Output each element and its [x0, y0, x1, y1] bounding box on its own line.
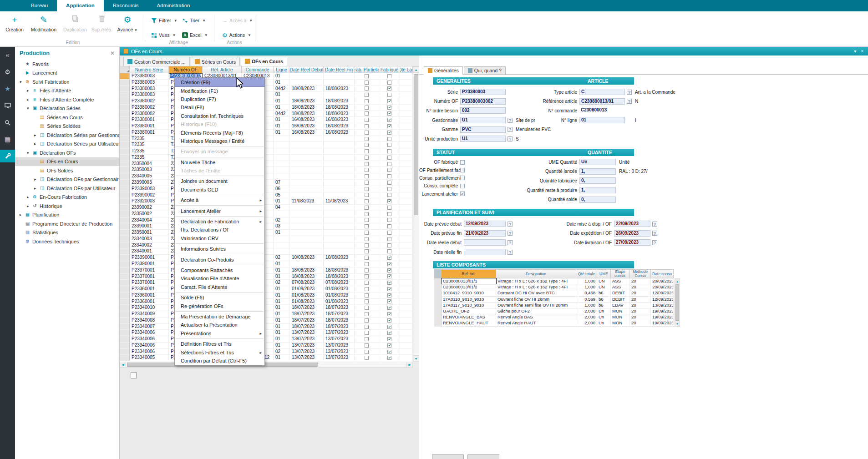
tree-item[interactable]: Suivi Fabrication	[15, 77, 119, 86]
comp-cell-date[interactable]: 19/09/2023	[651, 314, 674, 320]
tree-item[interactable]: Favoris	[15, 60, 119, 69]
table-row[interactable]: P23360001 P2 01 01/08/2023 01/08/2023	[120, 286, 413, 293]
field-value[interactable]: P23380003002	[460, 98, 506, 105]
help-button[interactable]: ?	[508, 250, 513, 255]
cell-qte-lancee[interactable]	[400, 293, 413, 298]
cell-fabrique[interactable]	[379, 173, 400, 179]
cell-fab-partielle[interactable]	[355, 236, 379, 242]
checkbox-fab-partielle[interactable]	[365, 299, 369, 303]
panel-action-button[interactable]	[432, 454, 464, 459]
comp-cell-qte[interactable]: 1,000	[576, 284, 597, 290]
cell-qte-lancee[interactable]	[400, 148, 413, 154]
cell-date-debut[interactable]: 18/07/2023	[290, 318, 324, 323]
table-row[interactable]: P23390003 P2 06	[120, 186, 413, 192]
cell-ligne[interactable]: 01	[274, 318, 290, 323]
help-button[interactable]: ?	[652, 240, 657, 245]
tree-expander-icon[interactable]	[34, 141, 39, 146]
tree-item[interactable]: OFs en Cours	[15, 157, 119, 166]
cell-fabrique[interactable]	[379, 155, 400, 161]
comp-cell-designation[interactable]: Ouvrant fiche OV HI 28mm	[496, 297, 576, 302]
comp-header-qte-totale[interactable]: Qté totale	[576, 269, 597, 278]
cell-date-debut[interactable]: 11/08/2023	[290, 198, 324, 204]
cell-fabrique[interactable]	[379, 336, 400, 342]
context-menu-item[interactable]: Consultation Inf. Techniques ▸	[175, 112, 264, 120]
cell-ligne[interactable]: 01	[274, 123, 290, 129]
cell-fab-partielle[interactable]	[355, 136, 379, 142]
tree-item[interactable]: Planification	[15, 211, 119, 220]
field-value[interactable]: C230800013	[579, 107, 625, 114]
cell-date-debut[interactable]	[290, 242, 324, 248]
cell-date-fin[interactable]: 16/08/2023	[324, 123, 355, 129]
comp-header-designation[interactable]: Designation	[496, 269, 576, 278]
row-gutter[interactable]	[120, 318, 130, 323]
cell-fabrique[interactable]	[379, 286, 400, 292]
row-gutter[interactable]	[120, 142, 130, 148]
comp-cell-ume[interactable]: UN	[597, 284, 611, 290]
context-menu-item[interactable]: Sélections Filtres et Tris ▸	[175, 348, 264, 356]
comp-cell-ume[interactable]: b6	[597, 290, 611, 296]
cell-fabrique[interactable]	[379, 318, 400, 323]
cell-fabrique[interactable]	[379, 274, 400, 280]
cell-date-debut[interactable]	[290, 230, 324, 236]
cell-qte-lancee[interactable]	[400, 311, 413, 317]
cell-fabrique[interactable]	[379, 161, 400, 167]
context-menu-item[interactable]: Valorisation CRV ▸	[175, 234, 264, 242]
comp-cell-ref[interactable]: 1010412_9010_9010	[442, 290, 496, 296]
cell-numero-serie[interactable]: P23340006	[130, 330, 169, 336]
table-row[interactable]: P23340006 P2 01 13/07/2023 13/07/2023	[120, 343, 413, 349]
tree-item[interactable]: Files d'Attente Complète	[15, 95, 119, 104]
cell-qte-lancee[interactable]	[400, 248, 413, 254]
cell-ligne[interactable]: 01	[274, 80, 290, 86]
column-header-ligne[interactable]: Ligne	[274, 66, 290, 73]
cell-fab-partielle[interactable]	[355, 223, 379, 229]
checkbox-fabrique[interactable]	[387, 106, 391, 110]
comp-cell-date[interactable]: 12/09/2023	[651, 297, 674, 302]
checkbox-fab-partielle[interactable]	[365, 181, 369, 185]
composant-row[interactable]: RENVOIANGLE_HAUT Renvoi Angle HAUT 2,000…	[434, 320, 680, 326]
cell-numero-serie[interactable]: P23360001	[130, 293, 169, 298]
cell-fab-partielle[interactable]	[355, 130, 379, 136]
cell-numero-serie[interactable]: P23380003	[130, 73, 169, 79]
cell-date-debut[interactable]	[290, 148, 324, 154]
statut-checkbox[interactable]	[460, 168, 465, 172]
field-value[interactable]: 1,	[579, 187, 616, 193]
checkbox-fabrique[interactable]	[387, 356, 391, 360]
cell-date-fin[interactable]: 16/08/2023	[324, 130, 355, 136]
cell-ligne[interactable]	[274, 173, 290, 179]
checkbox-fab-partielle[interactable]	[365, 337, 369, 341]
row-gutter[interactable]	[120, 311, 130, 317]
cell-qte-lancee[interactable]	[400, 167, 413, 173]
context-menu-item[interactable]: ▸	[176, 176, 264, 176]
cell-numero-serie[interactable]: 23350001	[130, 230, 169, 236]
row-gutter[interactable]	[120, 330, 130, 336]
checkbox-fabrique[interactable]	[387, 350, 391, 354]
context-menu-item[interactable]: ▸	[176, 254, 264, 254]
cell-ligne[interactable]	[274, 167, 290, 173]
comp-cell-designation[interactable]: Dormant DC HI OV avec BTC	[496, 290, 576, 296]
cell-fab-partielle[interactable]	[355, 80, 379, 86]
table-row[interactable]: P23370001 P2 01 18/08/2023 18/08/2023	[120, 274, 413, 280]
tree-expander-icon[interactable]	[34, 133, 39, 137]
tree-item[interactable]: Déclaration Séries	[15, 104, 119, 113]
cell-qte-lancee[interactable]	[400, 236, 413, 242]
cell-qte-lancee[interactable]	[400, 223, 413, 229]
table-row[interactable]: P23380001 P2 01 16/08/2023 16/08/2023	[120, 117, 413, 123]
cell-fabrique[interactable]	[379, 105, 400, 111]
comp-cell-methode[interactable]: 20	[630, 314, 651, 320]
checkbox-fab-partielle[interactable]	[365, 312, 369, 316]
context-menu-item[interactable]: Déclaration Co-Produits ▸	[175, 255, 264, 263]
cell-fabrique[interactable]	[379, 142, 400, 148]
cell-fabrique[interactable]	[379, 267, 400, 273]
context-menu-item[interactable]: Joindre un document ▸	[175, 177, 264, 185]
cell-qte-lancee[interactable]	[400, 155, 413, 161]
monitor-icon[interactable]	[0, 99, 15, 112]
cell-date-debut[interactable]	[290, 186, 324, 192]
cell-ligne[interactable]	[274, 142, 290, 148]
cell-ligne[interactable]: 02	[274, 280, 290, 286]
context-menu-item[interactable]: Caract. File d'Attente ▸	[175, 283, 264, 291]
checkbox-fab-partielle[interactable]	[365, 143, 369, 147]
comp-cell-date[interactable]: 20/09/2023	[651, 278, 674, 284]
cell-fab-partielle[interactable]	[355, 280, 379, 286]
context-menu-item[interactable]: Détail (F8) ▸	[175, 103, 264, 111]
cell-date-fin[interactable]	[324, 248, 355, 254]
